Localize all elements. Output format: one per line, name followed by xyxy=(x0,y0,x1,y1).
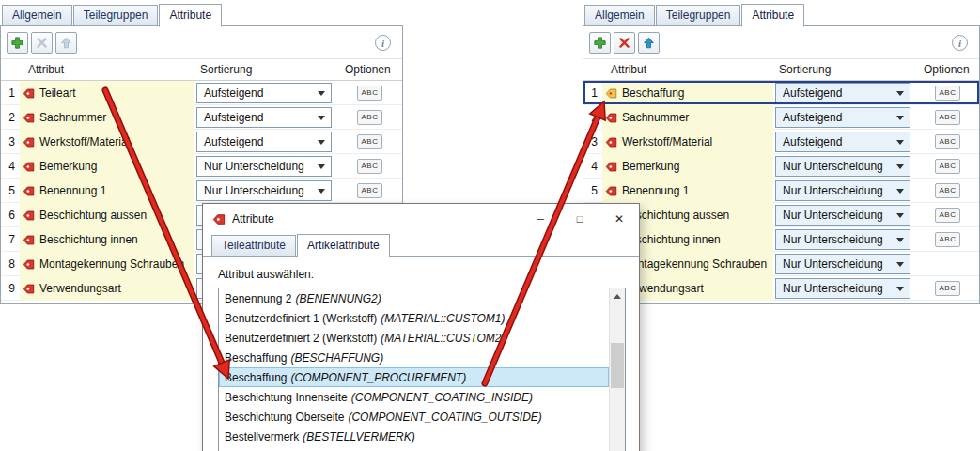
row-number: 9 xyxy=(1,276,20,301)
list-item[interactable]: Beschichtung Oberseite (COMPONENT_COATIN… xyxy=(219,407,609,427)
sort-value: Aufsteigend xyxy=(783,86,842,100)
table-row[interactable]: 3 Werkstoff/Material Aufsteigend ABC xyxy=(583,130,979,154)
part-attribute-icon xyxy=(23,257,36,271)
options-button[interactable]: ABC xyxy=(935,281,961,296)
sort-dropdown[interactable]: Nur Unterscheidung xyxy=(196,156,332,177)
column-sortierung: Sortierung xyxy=(194,63,337,76)
table-row[interactable]: 2 Sachnummer Aufsteigend ABC xyxy=(1,105,402,130)
table-row[interactable]: 5 Benennung 1 Nur Unterscheidung ABC xyxy=(583,179,979,203)
options-button[interactable]: ABC xyxy=(935,86,961,101)
sort-dropdown[interactable]: Aufsteigend xyxy=(775,132,910,152)
attribute-name: Benennung 1 xyxy=(39,184,106,197)
tab-attribute[interactable]: Attribute xyxy=(741,4,804,27)
dialog-titlebar[interactable]: Attribute ─ □ ✕ xyxy=(203,204,639,234)
item-code: (COMPONENT_COATING_INSIDE) xyxy=(351,391,533,404)
row-number: 2 xyxy=(583,105,602,130)
options-button[interactable]: ABC xyxy=(357,86,383,101)
tab-allgemein[interactable]: Allgemein xyxy=(584,5,655,26)
info-icon[interactable]: i xyxy=(952,35,968,51)
sort-dropdown[interactable]: Aufsteigend xyxy=(775,107,910,128)
list-item[interactable]: Bestellvermerk (BESTELLVERMERK) xyxy=(219,427,609,446)
options-button[interactable]: ABC xyxy=(935,134,961,149)
tab-allgemein[interactable]: Allgemein xyxy=(2,5,72,26)
row-number: 8 xyxy=(1,252,20,276)
chevron-down-icon xyxy=(896,189,904,194)
tab-teilegruppen[interactable]: Teilegruppen xyxy=(73,5,159,26)
table-row[interactable]: 7 Beschichtung innen Nur Unterscheidung … xyxy=(583,227,979,252)
add-attribute-button[interactable] xyxy=(589,32,611,54)
table-row[interactable]: 1 Beschaffung Aufsteigend ABC xyxy=(583,81,979,105)
delete-attribute-button[interactable] xyxy=(31,32,53,54)
table-row[interactable]: 1 Teileart Aufsteigend ABC xyxy=(1,81,402,105)
list-item[interactable]: Beschichtung Innenseite (COMPONENT_COATI… xyxy=(219,387,609,407)
item-code: (COMPONENT_COATING_OUTSIDE) xyxy=(348,411,541,424)
scrollbar[interactable] xyxy=(609,288,625,451)
right-attribute-panel: Allgemein Teilegruppen Attribute i Attri… xyxy=(583,4,980,304)
list-item[interactable]: Benutzerdefiniert 1 (Werkstoff) (MATERIA… xyxy=(219,308,609,328)
tab-artikelattribute[interactable]: Artikelattribute xyxy=(297,234,390,257)
table-row[interactable]: 2 Sachnummer Aufsteigend ABC xyxy=(583,105,979,130)
list-item[interactable]: Benutzerdefiniert 2 (Werkstoff) (MATERIA… xyxy=(219,328,609,348)
chevron-down-icon xyxy=(896,213,904,218)
part-attribute-icon xyxy=(23,160,36,173)
table-row[interactable]: 8 Montagekennung Schrauben Nur Untersche… xyxy=(583,252,979,276)
attribute-name: Sachnummer xyxy=(39,111,106,124)
scroll-up-button[interactable] xyxy=(610,288,625,303)
minimize-button[interactable]: ─ xyxy=(521,204,560,234)
tab-teileattribute[interactable]: Teileattribute xyxy=(211,235,296,257)
part-attribute-icon xyxy=(605,184,618,197)
options-button[interactable]: ABC xyxy=(935,110,961,125)
dialog-tab-strip: Teileattribute Artikelattribute xyxy=(203,234,639,257)
table-row[interactable]: 4 Bemerkung Nur Unterscheidung ABC xyxy=(583,154,979,179)
sort-value: Aufsteigend xyxy=(204,135,263,148)
row-number: 3 xyxy=(1,130,20,154)
item-code: (MATERIAL::CUSTOM1) xyxy=(381,312,505,325)
delete-icon xyxy=(618,37,630,49)
close-button[interactable]: ✕ xyxy=(599,204,639,234)
chevron-down-icon xyxy=(318,189,325,194)
delete-attribute-button[interactable] xyxy=(614,32,635,54)
list-item[interactable]: Benennung 2 (BENENNUNG2) xyxy=(219,288,609,308)
options-button[interactable]: ABC xyxy=(357,110,383,125)
sort-dropdown[interactable]: Nur Unterscheidung xyxy=(775,156,910,177)
options-button[interactable]: ABC xyxy=(935,183,961,198)
options-button[interactable]: ABC xyxy=(357,183,383,198)
sort-dropdown[interactable]: Nur Unterscheidung xyxy=(775,180,910,201)
sort-dropdown[interactable]: Nur Unterscheidung xyxy=(775,254,910,274)
sort-dropdown[interactable]: Nur Unterscheidung xyxy=(196,180,332,201)
sort-dropdown[interactable]: Aufsteigend xyxy=(196,107,332,128)
table-row[interactable]: 3 Werkstoff/Material Aufsteigend ABC xyxy=(1,130,402,154)
row-number: 2 xyxy=(1,105,20,130)
panel-body: i Attribut Sortierung Optionen 1 Beschaf… xyxy=(583,25,980,304)
options-button[interactable]: ABC xyxy=(357,159,383,174)
sort-dropdown[interactable]: Aufsteigend xyxy=(775,83,910,103)
part-attribute-icon xyxy=(23,184,36,197)
move-up-button[interactable] xyxy=(638,32,660,54)
table-row[interactable]: 5 Benennung 1 Nur Unterscheidung ABC xyxy=(1,179,402,203)
move-up-button[interactable] xyxy=(55,32,77,54)
sort-dropdown[interactable]: Nur Unterscheidung xyxy=(775,229,910,250)
tab-teilegruppen[interactable]: Teilegruppen xyxy=(656,5,741,26)
list-item[interactable]: Beschaffung (BESCHAFFUNG) xyxy=(219,348,609,367)
add-attribute-button[interactable] xyxy=(7,32,28,54)
options-button[interactable]: ABC xyxy=(935,232,961,247)
options-button[interactable]: ABC xyxy=(357,134,383,149)
item-code: (COMPONENT_PROCUREMENT) xyxy=(291,371,467,384)
table-row[interactable]: 6 Beschichtung aussen Nur Unterscheidung… xyxy=(583,203,979,227)
sort-dropdown[interactable]: Nur Unterscheidung xyxy=(775,205,910,226)
chevron-down-icon xyxy=(896,91,904,96)
table-row[interactable]: 9 Verwendungsart Nur Unterscheidung ABC xyxy=(583,276,979,301)
info-icon[interactable]: i xyxy=(375,35,391,51)
table-row[interactable]: 4 Bemerkung Nur Unterscheidung ABC xyxy=(1,154,402,179)
list-item[interactable]: Beschaffung (COMPONENT_PROCUREMENT) xyxy=(219,367,609,387)
options-button[interactable]: ABC xyxy=(935,159,961,174)
scrollbar-thumb[interactable] xyxy=(611,343,624,388)
part-attribute-icon xyxy=(23,233,36,246)
options-button[interactable]: ABC xyxy=(935,208,961,223)
sort-dropdown[interactable]: Nur Unterscheidung xyxy=(775,278,910,299)
sort-dropdown[interactable]: Aufsteigend xyxy=(196,83,332,103)
list-item[interactable]: BEZ (Werkstoff) (MATERIAL::BEZ) xyxy=(219,446,609,451)
tab-attribute[interactable]: Attribute xyxy=(159,4,222,27)
sort-dropdown[interactable]: Aufsteigend xyxy=(196,132,332,152)
maximize-button[interactable]: □ xyxy=(560,204,599,234)
